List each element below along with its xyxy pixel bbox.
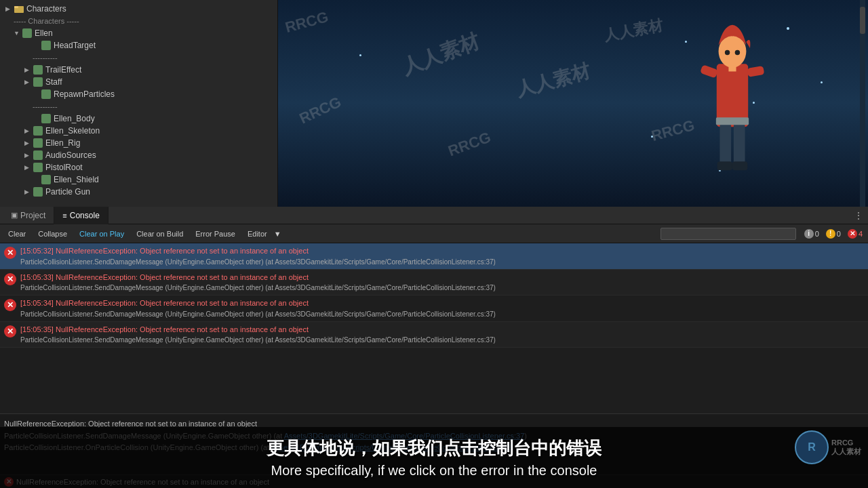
hierarchy-item-pistolroot[interactable]: ▶ PistolRoot [0,161,277,174]
console-message-2[interactable]: ✕ [15:05:33] NullReferenceException: Obj… [0,270,868,296]
hierarchy-expand-arrow[interactable]: ▶ [5,5,14,12]
hierarchy-item-ellenshield[interactable]: Ellen_Shield [0,174,277,186]
detail-line2: ParticleCollisionListener.SendDamageMess… [4,430,864,443]
svg-rect-11 [747,66,764,77]
hierarchy-title: Characters [26,4,66,14]
bottom-error-icon: ✕ [4,477,14,487]
hierarchy-item-headtarget[interactable]: HeadTarget [0,39,277,52]
editor-dropdown[interactable]: Editor ▼ [242,226,283,241]
hierarchy-item-audiosources[interactable]: ▶ AudioSources [0,149,277,161]
traileffect-icon [33,64,43,75]
hierarchy-item-repawnparticles[interactable]: RepawnParticles [0,88,277,100]
hierarchy-separator-1: ----- Characters ----- [0,15,277,27]
ellen-icon [22,28,33,39]
console-toolbar: Clear Collapse Clear on Play Clear on Bu… [0,224,868,243]
svg-rect-1 [14,6,18,8]
error-icon-4: ✕ [4,325,16,338]
hierarchy-separator-3: ---------- [0,100,277,113]
msg-line1-4: [15:05:35] NullReferenceException: Objec… [20,324,864,336]
warn-badge: ! 0 [823,227,844,241]
detail-link3[interactable]: Assets/3DGamekitLite/Scripts/Game/Core/P… [271,443,512,451]
error-icon-2: ✕ [4,273,16,285]
error-badge: ✕ 4 [845,227,865,241]
collapse-button[interactable]: Collapse [33,226,73,241]
staff-icon [33,77,43,87]
game-view: RRCG 人人素材 RRCG 人人素材 RRCG 人人素材 RRCG [278,0,868,207]
hierarchy-panel: ▶ Characters ----- Characters ----- ▼ El… [0,0,278,207]
msg-line2-2: ParticleCollisionListener.SendDamageMess… [20,283,864,293]
message-text-4: [15:05:35] NullReferenceException: Objec… [20,324,864,346]
msg-line2-3: ParticleCollisionListener.SendDamageMess… [20,309,864,319]
bottom-error-text: NullReferenceException: Object reference… [16,478,269,486]
hierarchy-item-ellenskeleton[interactable]: ▶ Ellen_Skeleton [0,125,277,137]
console-messages: ✕ [15:05:32] NullReferenceException: Obj… [0,243,868,413]
error-count: 4 [859,230,863,238]
tab-menu-button[interactable]: ⋮ [852,209,865,222]
editor-button[interactable]: Editor [242,226,273,241]
warn-count: 0 [837,230,841,238]
hierarchy-separator-2: ---------- [0,52,277,64]
message-text-2: [15:05:33] NullReferenceException: Objec… [20,272,864,293]
msg-line1-2: [15:05:33] NullReferenceException: Objec… [20,272,864,283]
svg-rect-9 [732,161,747,170]
clear-on-play-button[interactable]: Clear on Play [74,226,130,241]
ellenrig-icon [33,138,43,148]
ellenshield-icon [41,174,52,185]
msg-line2-4: ParticleCollisionListener.SendDamageMess… [20,335,864,345]
message-text-3: [15:05:34] NullReferenceException: Objec… [20,298,864,319]
message-text-1: [15:05:32] NullReferenceException: Objec… [20,245,864,267]
error-icon-1: ✕ [4,247,16,259]
error-badge-icon: ✕ [848,229,857,239]
detail-link2[interactable]: Assets/3DGamekitLite/Scripts/Game/Core/P… [284,432,525,440]
audio-icon [33,150,43,161]
tab-bar: ▣ Project ≡ Console ⋮ [0,207,868,224]
hierarchy-folder-icon [14,3,24,14]
console-message-1[interactable]: ✕ [15:05:32] NullReferenceException: Obj… [0,243,868,270]
svg-rect-6 [719,124,731,168]
headtarget-icon [41,40,52,51]
ellenbody-icon [41,113,52,124]
msg-line1-1: [15:05:32] NullReferenceException: Objec… [20,245,864,257]
info-badge: i 0 [802,227,822,241]
svg-rect-10 [700,64,718,78]
detail-text3: ParticleCollisionListener.OnParticleColl… [4,443,271,451]
svg-rect-8 [717,161,732,170]
tab-project-label: Project [20,211,45,220]
particlegun-icon [33,186,43,197]
error-pause-button[interactable]: Error Pause [190,226,241,241]
hierarchy-item-staff[interactable]: ▶ Staff [0,76,277,88]
hierarchy-item-particlegun[interactable]: ▶ Particle Gun [0,186,277,198]
svg-point-4 [725,50,730,55]
warn-badge-icon: ! [826,229,835,239]
tab-project[interactable]: ▣ Project [3,207,54,224]
badge-group: i 0 ! 0 ✕ 4 [802,227,865,241]
editor-arrow[interactable]: ▼ [273,226,283,241]
repawn-icon [41,89,52,100]
detail-text2: ParticleCollisionListener.SendDamageMess… [4,432,284,440]
console-message-4[interactable]: ✕ [15:05:35] NullReferenceException: Obj… [0,322,868,348]
msg-line1-3: [15:05:34] NullReferenceException: Objec… [20,298,864,309]
clear-button[interactable]: Clear [3,226,31,241]
svg-rect-13 [728,65,736,71]
error-icon-3: ✕ [4,299,16,311]
console-detail: NullReferenceException: Object reference… [0,413,868,474]
detail-line1: NullReferenceException: Object reference… [4,418,864,430]
info-badge-icon: i [804,229,814,239]
svg-rect-7 [734,124,745,168]
ellenskeleton-icon [33,125,43,136]
tab-console[interactable]: ≡ Console [54,207,108,224]
hierarchy-item-ellenbody[interactable]: Ellen_Body [0,113,277,125]
clear-on-build-button[interactable]: Clear on Build [131,226,189,241]
detail-line3: ParticleCollisionListener.OnParticleColl… [4,442,864,454]
console-icon: ≡ [62,211,66,220]
pistolroot-icon [33,162,43,173]
bottom-error-bar: ✕ NullReferenceException: Object referen… [0,474,868,488]
console-message-3[interactable]: ✕ [15:05:34] NullReferenceException: Obj… [0,296,868,322]
tab-console-label: Console [70,211,100,220]
search-input[interactable] [660,228,796,240]
svg-point-5 [735,50,740,55]
hierarchy-item-ellenrig[interactable]: ▶ Ellen_Rig [0,137,277,149]
hierarchy-item-traileffect[interactable]: ▶ TrailEffect [0,64,277,76]
character-sprite [692,14,773,190]
hierarchy-item-ellen[interactable]: ▼ Ellen [0,27,277,39]
